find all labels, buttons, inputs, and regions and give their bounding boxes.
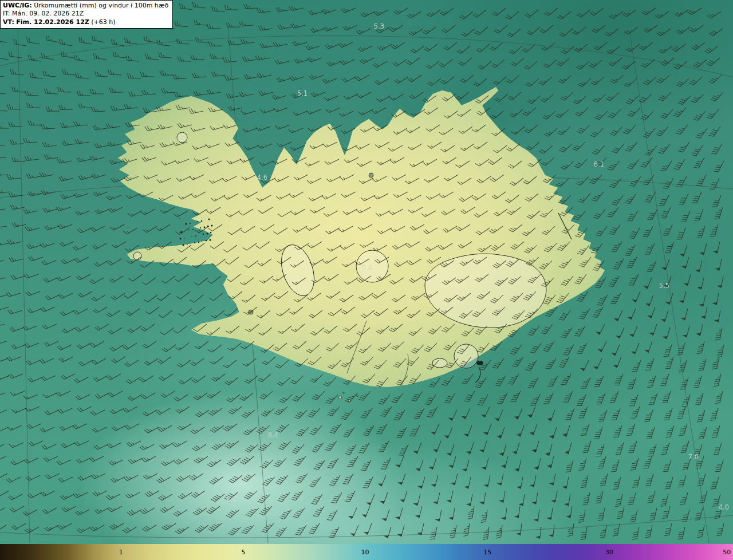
wind-barb: [8, 490, 22, 501]
wind-barb: [324, 374, 336, 387]
wind-barb: [10, 203, 25, 210]
wind-barb: [74, 253, 89, 263]
wind-barb: [93, 53, 107, 60]
wind-barb: [379, 491, 388, 503]
wind-barb: [329, 473, 340, 487]
contour-value-label: 4.6: [257, 173, 267, 182]
wind-barb: [291, 488, 303, 502]
wind-barb: [327, 57, 341, 67]
wind-barb: [643, 73, 656, 86]
wind-barb: [357, 88, 371, 98]
wind-barb: [680, 491, 688, 506]
wind-barb: [717, 344, 724, 358]
wind-barb: [207, 456, 221, 468]
wind-barb: [109, 519, 124, 530]
wind-barb: [145, 487, 159, 498]
wind-barb: [349, 523, 358, 536]
wind-barb: [227, 455, 241, 467]
wind-barb: [274, 455, 286, 468]
wind-barb: [581, 474, 588, 488]
wind-barb: [679, 290, 686, 303]
wind-barb: [683, 273, 691, 286]
wind-barb: [494, 22, 507, 34]
wind-barb: [139, 372, 153, 383]
wind-barb: [143, 36, 157, 42]
wind-barb: [12, 404, 26, 414]
contour-value-label: 5.3: [374, 22, 384, 30]
wind-barb: [527, 23, 540, 36]
wind-barb: [697, 524, 704, 538]
wind-barb: [111, 39, 125, 46]
wind-barb: [107, 370, 121, 381]
wind-barb: [673, 105, 686, 118]
wind-barb: [501, 507, 507, 520]
wind-barb: [612, 407, 620, 421]
wind-barb: [613, 424, 622, 439]
wind-barb: [78, 103, 92, 108]
wind-barb: [496, 472, 503, 485]
wind-barb: [278, 490, 290, 503]
wind-barb: [0, 302, 9, 310]
wind-barb: [142, 274, 156, 286]
wind-barb: [549, 524, 554, 537]
wind-barb: [0, 53, 9, 60]
wind-barb: [596, 443, 604, 458]
wind-barb: [399, 443, 408, 457]
wind-barb: [208, 41, 222, 46]
wind-barb: [125, 420, 139, 430]
wind-barb: [541, 154, 554, 167]
wind-barb: [0, 141, 5, 145]
wind-barb: [111, 353, 125, 364]
wind-barb: [257, 70, 271, 78]
wind-barb: [27, 305, 42, 314]
wind-barb: [26, 37, 40, 44]
wind-barb: [261, 520, 274, 534]
wind-barb: [313, 504, 324, 518]
wind-barb: [57, 87, 71, 92]
wind-barb: [7, 173, 21, 180]
model-title: Úrkomumætti (mm) og vindur í 100m hæð: [34, 2, 168, 9]
colorbar-tick-label: 5: [241, 549, 245, 556]
wind-barb: [90, 337, 104, 348]
contour-value-label: 8.4: [268, 431, 278, 439]
wind-barb: [224, 5, 238, 10]
wind-barb: [542, 108, 555, 120]
wind-barb: [526, 358, 537, 372]
wind-barb: [76, 270, 90, 281]
wind-barb: [559, 25, 573, 38]
wind-barb: [478, 58, 491, 70]
wind-barb: [156, 404, 170, 415]
wind-barb: [345, 442, 356, 456]
wind-barb: [676, 23, 690, 36]
wind-barb: [0, 440, 4, 451]
wind-barb: [381, 456, 391, 471]
model-label: UWC/IG:: [3, 2, 32, 9]
wind-barb: [522, 41, 535, 53]
wind-barb: [596, 223, 607, 237]
wind-barb: [576, 58, 589, 70]
wind-barb: [495, 90, 508, 103]
contour-value-label: 4.0: [719, 503, 729, 511]
wind-barb: [507, 25, 521, 38]
wind-barb: [342, 73, 356, 83]
wind-barb: [611, 239, 622, 254]
myvatn-lake: [369, 173, 373, 178]
wind-barb: [243, 424, 257, 436]
wind-barb: [430, 422, 439, 435]
wind-barb: [593, 357, 602, 369]
wind-barb: [492, 5, 506, 17]
wind-barb: [78, 172, 93, 180]
wind-barb: [290, 372, 304, 385]
wind-barb: [525, 121, 538, 134]
wind-barb: [531, 492, 538, 504]
wind-barb: [467, 506, 474, 520]
wind-barb: [40, 239, 54, 248]
title-line-init: IT: Mán. 09. 02. 2026 21Z: [3, 10, 168, 18]
wind-barb: [527, 92, 541, 105]
wind-barb: [243, 124, 257, 133]
wind-barb: [506, 8, 519, 21]
wind-barb: [311, 88, 325, 98]
wind-barb: [583, 492, 590, 506]
wind-barb: [695, 259, 702, 272]
wind-barb: [501, 455, 508, 468]
